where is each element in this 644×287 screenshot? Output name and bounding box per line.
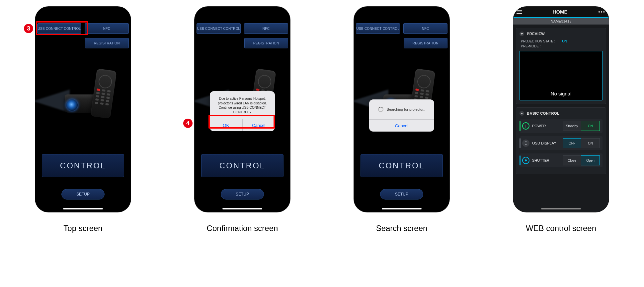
projection-state-label: PROJECTION STATE : (521, 39, 555, 43)
search-cancel-button[interactable]: Cancel (369, 120, 434, 132)
setup-button[interactable]: SETUP (380, 189, 423, 200)
caption-search: Search screen (376, 224, 428, 233)
chevron-down-icon[interactable] (520, 111, 524, 116)
documentation-figure: 3 USB CONNECT CONTROL NFC REGISTRATION (0, 0, 644, 287)
phone-top-screen: USB CONNECT CONTROL NFC REGISTRATION (35, 7, 131, 212)
phone-web-control-screen: HOME ••• NAME3141 / PREVIEW PROJECTION S… (513, 7, 609, 212)
basic-control-panel: BASIC CONTROL | POWER Standby ON ▪▪▪▪ OS… (516, 107, 606, 174)
usb-connect-control-button[interactable]: USB CONNECT CONTROL (197, 23, 241, 34)
osd-on-button[interactable]: ON (581, 138, 600, 148)
shutter-row: SHUTTER Close Open (520, 153, 603, 167)
caption-top: Top screen (63, 224, 102, 233)
projector-illustration (46, 70, 120, 126)
caption-confirmation: Confirmation screen (207, 224, 278, 233)
shutter-label: SHUTTER (532, 158, 560, 162)
web-header: HOME ••• (513, 7, 609, 18)
registration-button[interactable]: REGISTRATION (244, 38, 288, 48)
home-indicator[interactable] (63, 208, 103, 209)
pre-mode-label: PRE-MODE : (521, 44, 603, 48)
basic-control-title: BASIC CONTROL (527, 111, 559, 115)
preview-title: PREVIEW (527, 32, 545, 36)
caption-web: WEB control screen (526, 224, 596, 233)
power-standby-button[interactable]: Standby (563, 121, 581, 131)
highlight-usb-button (36, 21, 88, 35)
highlight-alert-buttons (208, 115, 275, 129)
phone-confirmation-screen: USB CONNECT CONTROL NFC REGISTRATION (195, 7, 290, 212)
page-title: HOME (553, 9, 568, 15)
col-confirmation-screen: 4 USB CONNECT CONTROL NFC REGISTRATION (195, 7, 290, 233)
home-indicator[interactable] (382, 208, 422, 209)
shutter-open-button[interactable]: Open (581, 155, 600, 165)
projection-state-value: ON (562, 39, 567, 43)
osd-label: OSD DISPLAY (532, 141, 560, 145)
hamburger-menu-icon[interactable] (517, 10, 522, 14)
power-on-button[interactable]: ON (581, 121, 600, 131)
nfc-button[interactable]: NFC (244, 23, 288, 34)
preview-box: No signal (520, 51, 603, 100)
osd-off-button[interactable]: OFF (563, 138, 581, 148)
device-name-bar: NAME3141 / (513, 18, 609, 25)
no-signal-text: No signal (551, 91, 572, 96)
preview-panel: PREVIEW PROJECTION STATE : ON PRE-MODE :… (516, 28, 606, 104)
power-label: POWER (532, 124, 560, 128)
more-menu-icon[interactable]: ••• (598, 9, 605, 15)
nfc-button[interactable]: NFC (403, 23, 447, 34)
usb-connect-control-button[interactable]: USB CONNECT CONTROL (356, 23, 400, 34)
setup-button[interactable]: SETUP (221, 189, 264, 200)
spinner-icon (378, 107, 383, 112)
power-icon: | (522, 122, 529, 130)
power-row: | POWER Standby ON (520, 119, 603, 133)
control-button[interactable]: CONTROL (42, 154, 124, 177)
control-button[interactable]: CONTROL (361, 154, 443, 177)
phone-search-screen: USB CONNECT CONTROL NFC REGISTRATION (354, 7, 449, 212)
col-web-control-screen: HOME ••• NAME3141 / PREVIEW PROJECTION S… (513, 7, 609, 233)
setup-button[interactable]: SETUP (61, 189, 105, 200)
registration-button[interactable]: REGISTRATION (404, 38, 447, 48)
osd-icon: ▪▪▪▪ (522, 140, 529, 147)
chevron-down-icon[interactable] (520, 31, 524, 36)
search-alert: Searching for projector.. Cancel (369, 99, 434, 132)
home-indicator[interactable] (222, 208, 262, 209)
shutter-icon (522, 157, 529, 164)
control-button[interactable]: CONTROL (201, 154, 283, 177)
col-top-screen: 3 USB CONNECT CONTROL NFC REGISTRATION (35, 7, 131, 233)
nfc-button[interactable]: NFC (85, 23, 129, 34)
shutter-close-button[interactable]: Close (563, 155, 581, 165)
callout-badge-4: 4 (183, 119, 193, 128)
osd-row: ▪▪▪▪ OSD DISPLAY OFF ON (520, 136, 603, 150)
callout-badge-3: 3 (24, 24, 33, 33)
search-message: Searching for projector.. (387, 107, 426, 112)
home-indicator[interactable] (541, 208, 581, 209)
col-search-screen: USB CONNECT CONTROL NFC REGISTRATION (354, 7, 449, 233)
registration-button[interactable]: REGISTRATION (85, 38, 129, 48)
